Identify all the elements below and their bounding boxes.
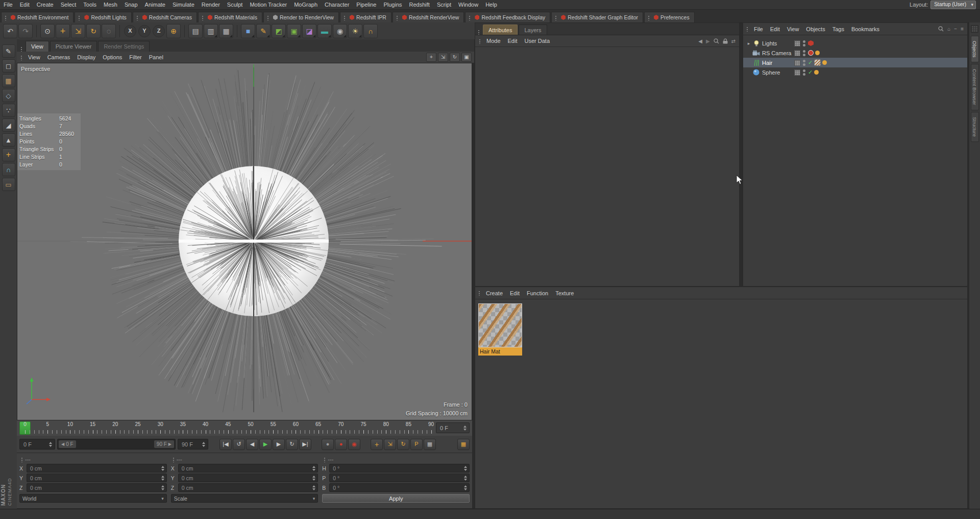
hair-material-tag-icon[interactable] [814,59,821,66]
rs-tab-redshift-feedback-display[interactable]: Redshift Feedback Display [465,12,550,22]
coordinate-system-button[interactable]: ⊕ [166,24,181,38]
rotation-p-field[interactable]: 0 ° [329,474,470,482]
stepper-icon[interactable] [160,466,166,471]
enabled-check-icon[interactable]: ✓ [808,69,813,76]
menu-user-data[interactable]: User Data [521,38,554,44]
current-frame-field[interactable]: 0 F [19,439,55,450]
size-y-field[interactable]: 0 cm [178,474,318,482]
stepper-icon[interactable] [160,485,166,490]
position-z-field[interactable]: 0 cm [27,483,167,492]
layer-chip-icon[interactable] [794,69,800,76]
key-position-button[interactable]: + [371,439,383,450]
rs-tab-redshift-materials[interactable]: Redshift Materials [198,12,262,22]
model-mode-button[interactable]: ◻ [2,59,15,73]
rs-tab-redshift-renderview[interactable]: Redshift RenderView [393,12,464,22]
tab-layers[interactable]: Layers [519,25,547,35]
menu-edit[interactable]: Edit [767,26,783,32]
apply-button[interactable]: Apply [322,494,470,503]
tab-attributes[interactable]: Attributes [483,25,518,35]
menu-objects[interactable]: Objects [802,26,828,32]
loop-button[interactable]: ↻ [286,439,298,450]
home-icon[interactable]: ⌂ [947,26,950,32]
texture-mode-button[interactable]: ▦ [2,74,15,87]
stepper-icon[interactable] [462,485,469,490]
size-z-field[interactable]: 0 cm [178,483,318,492]
add-spline-button[interactable]: ✎ [256,24,271,38]
strip-tab-content-browser[interactable]: Content Browser [971,64,979,110]
menu-pipeline[interactable]: Pipeline [353,2,380,8]
timeline-ruler[interactable]: 051015202530354045505560657075808590 0 F [17,420,472,436]
enable-axis-button[interactable]: + [2,148,15,161]
layer-chip-icon[interactable] [794,60,800,66]
edges-mode-button[interactable]: ◢ [2,119,15,132]
viewport-canvas[interactable]: Perspective Triangles5624Quads7Lines2856… [17,63,472,420]
menu-view[interactable]: View [783,26,803,32]
menu-window[interactable]: Window [455,2,482,8]
menu-mograph[interactable]: MoGraph [290,2,321,8]
enabled-check-icon[interactable]: ✓ [808,59,813,66]
menu-simulate[interactable]: Simulate [169,2,198,8]
menu-options[interactable]: Options [99,54,126,60]
rs-camera-tag-icon[interactable] [808,50,814,56]
menu-cameras[interactable]: Cameras [44,54,74,60]
lock-y-button[interactable]: Y [138,25,151,37]
preview-range-slider[interactable]: ◀ 0 F 90 F ▶ [57,439,176,450]
guides-tag-icon[interactable] [822,60,827,65]
tab-render-settings[interactable]: Render Settings [98,41,150,52]
expand-icon[interactable]: ▸ [746,41,752,46]
menu-file[interactable]: File [0,2,16,8]
rs-tab-preferences[interactable]: Preferences [644,12,695,22]
size-x-field[interactable]: 0 cm [178,464,318,473]
menu-create[interactable]: Create [482,290,506,296]
menu-mode[interactable]: Mode [483,38,504,44]
render-view-button[interactable]: ▤ [188,24,203,38]
object-row-lights[interactable]: ▸ Lights [743,38,967,48]
rs-tab-redshift-shader-graph-editor[interactable]: Redshift Shader Graph Editor [551,12,643,22]
stepper-icon[interactable] [462,426,468,431]
timeline-layout-button[interactable]: ▦ [457,439,470,450]
stepper-icon[interactable] [311,466,317,471]
visibility-dots[interactable] [803,50,805,56]
snap-button[interactable]: ∩ [363,24,378,38]
menu-script[interactable]: Script [433,2,455,8]
menu-filter[interactable]: Filter [126,54,145,60]
stepper-icon[interactable] [462,466,469,471]
collapse-icon[interactable]: − [954,26,957,32]
rotation-h-field[interactable]: 0 ° [329,464,470,473]
menu-texture[interactable]: Texture [552,290,577,296]
rs-tab-redshift-lights[interactable]: Redshift Lights [75,12,131,22]
key-scale-button[interactable]: ⇲ [384,439,396,450]
range-start-handle[interactable]: ◀ 0 F [59,440,76,448]
strip-tab-structure[interactable]: Structure [971,112,979,142]
rs-tab-redshift-cameras[interactable]: Redshift Cameras [133,12,197,22]
move-button[interactable]: + [56,24,70,38]
layout-select[interactable]: Startup (User) [930,1,976,9]
menu-display[interactable]: Display [74,54,99,60]
visibility-dots[interactable] [803,40,805,46]
menu-edit[interactable]: Edit [16,2,33,8]
visibility-dots[interactable] [803,60,805,66]
add-mograph-button[interactable]: ▣ [287,24,301,38]
menu-redshift[interactable]: Redshift [406,2,433,8]
menu-create[interactable]: Create [33,2,57,8]
goto-start-button[interactable]: |◀ [219,439,232,450]
end-frame-field[interactable]: 90 F [178,439,208,450]
enable-snap-button[interactable]: ∩ [2,163,15,176]
menu-snap[interactable]: Snap [121,2,141,8]
key-parameter-button[interactable]: P [410,439,423,450]
render-settings-button[interactable]: ▦ [219,24,233,38]
position-y-field[interactable]: 0 cm [27,474,167,482]
tab-picture-viewer[interactable]: Picture Viewer [50,41,97,52]
step-back-button[interactable]: ◀ [246,439,258,450]
menu-render[interactable]: Render [198,2,224,8]
menu-function[interactable]: Function [523,290,552,296]
stepper-icon[interactable] [311,485,317,490]
zoom-view-button[interactable]: ⇲ [438,53,448,62]
stepper-icon[interactable] [47,442,54,447]
sync-icon[interactable]: ⇄ [731,38,736,44]
autokey-button[interactable]: ● [335,439,347,450]
make-editable-button[interactable]: ✎ [2,44,15,58]
pan-view-button[interactable]: + [426,53,436,62]
object-row-hair[interactable]: Hair ✓ [743,58,967,67]
stepper-icon[interactable] [462,476,469,481]
